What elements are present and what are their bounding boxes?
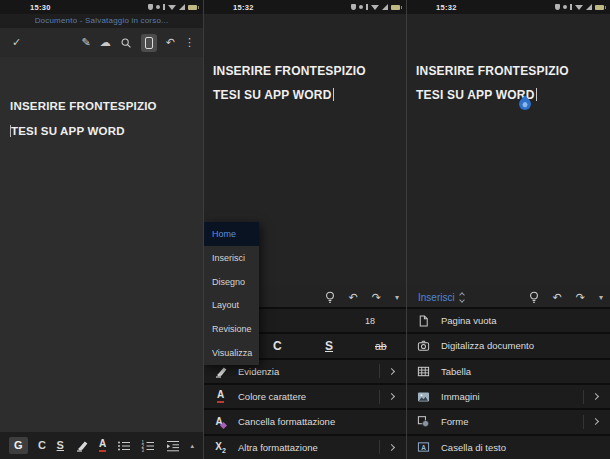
ribbon-header: Inserisci ↶ ↷ ▾ [406, 287, 610, 307]
overflow-menu-icon[interactable]: ⋮ [184, 37, 195, 48]
tab-selector[interactable]: Inserisci [418, 292, 455, 303]
status-bar: 15:32 [406, 0, 610, 14]
doc-text-line: TESI SU APP WORD [10, 119, 203, 144]
divider [379, 390, 380, 404]
undo-icon[interactable]: ↶ [166, 37, 175, 48]
signal-icon [382, 4, 388, 10]
mobile-view-icon [145, 37, 153, 49]
signal-icon [179, 4, 185, 10]
cloud-save-icon[interactable]: ☁ [100, 37, 111, 48]
menu-item-disegno[interactable]: Disegno [204, 270, 259, 294]
word-mobile-composite: 15:30 Documento - Salvataggio in corso..… [0, 0, 610, 459]
row-label: Colore carattere [238, 391, 306, 402]
clock: 15:32 [233, 3, 254, 12]
bullet-list-icon[interactable] [117, 440, 131, 452]
lightbulb-icon[interactable] [529, 291, 539, 304]
menu-row-text-box[interactable]: A Casella di testo [406, 436, 610, 459]
menu-row-clear-formatting[interactable]: A Cancella formattazione [203, 410, 406, 433]
row-label: Cancella formattazione [238, 416, 335, 427]
menu-row-font-color[interactable]: A Colore carattere [203, 385, 406, 408]
bluetooth-icon [570, 4, 572, 10]
shield-icon [555, 4, 560, 10]
redo-icon[interactable]: ↷ [372, 292, 381, 303]
clock: 15:32 [436, 3, 457, 12]
italic-button[interactable]: C [273, 339, 282, 353]
underline-button[interactable]: S [325, 339, 333, 353]
indent-icon[interactable] [166, 440, 180, 452]
wifi-icon [575, 5, 583, 10]
bluetooth-icon [366, 4, 368, 10]
menu-row-blank-page[interactable]: Pagina vuota [406, 309, 610, 332]
menu-item-revisione[interactable]: Revisione [204, 317, 259, 341]
lightbulb-icon[interactable] [325, 291, 335, 304]
battery-icon [188, 5, 197, 10]
font-color-icon: A [212, 390, 229, 403]
row-label: Altra formattazione [238, 442, 318, 453]
status-icons [148, 4, 197, 10]
italic-button[interactable]: C [38, 440, 46, 451]
menu-item-inserisci[interactable]: Inserisci [204, 246, 259, 270]
status-bar: 15:30 [0, 0, 203, 14]
font-color-button[interactable]: A [99, 439, 106, 452]
divider [583, 415, 584, 429]
numbered-list-icon[interactable]: 123 [141, 440, 155, 452]
panel-divider [406, 0, 407, 459]
chevron-right-icon [388, 444, 395, 451]
font-size-value[interactable]: 18 [365, 316, 375, 326]
doc-text-line: TESI SU APP WORD [416, 83, 610, 107]
search-icon[interactable] [120, 37, 132, 49]
bluetooth-icon [163, 4, 165, 10]
done-check-icon[interactable]: ✓ [12, 37, 21, 48]
chevron-right-icon [592, 393, 599, 400]
document-title: Documento - Salvataggio in corso... [0, 13, 203, 28]
doc-text-line: TESI SU APP WORD [213, 83, 406, 107]
undo-icon[interactable]: ↶ [349, 292, 358, 303]
strikethrough-button[interactable]: ab [375, 340, 387, 352]
image-icon [415, 391, 432, 403]
menu-row-images[interactable]: Immagini [406, 385, 610, 408]
text-cursor [536, 88, 538, 101]
clock: 15:30 [30, 3, 51, 12]
menu-row-scan-document[interactable]: Digitalizza documento [406, 334, 610, 357]
divider [583, 390, 584, 404]
doc-text-line: INSERIRE FRONTESPIZIO [10, 94, 203, 119]
subscript-icon: X2 [212, 441, 229, 454]
highlighter-icon[interactable] [75, 439, 89, 452]
undo-icon[interactable]: ↶ [553, 292, 562, 303]
panel-document-view: 15:30 Documento - Salvataggio in corso..… [0, 0, 203, 459]
menu-item-home[interactable]: Home [204, 222, 259, 246]
menu-row-table[interactable]: Tabella [406, 360, 610, 383]
document-canvas[interactable]: INSERIRE FRONTESPIZIO TESI SU APP WORD [0, 57, 203, 432]
menu-item-visualizza[interactable]: Visualizza [204, 341, 259, 365]
camera-scan-icon [415, 339, 432, 352]
wifi-icon [371, 5, 379, 10]
redo-icon[interactable]: ↷ [576, 292, 585, 303]
panel-home-tab-menu: 15:32 INSERIRE FRONTESPIZIO TESI SU APP … [203, 0, 406, 459]
status-bar: 15:32 [203, 0, 406, 14]
clear-formatting-icon: A [212, 416, 229, 428]
alarm-icon [563, 5, 567, 9]
panel-insert-tab: 15:32 INSERIRE FRONTESPIZIO TESI SU APP … [406, 0, 610, 459]
mobile-view-toggle[interactable] [141, 34, 157, 52]
menu-row-shapes[interactable]: Forme [406, 410, 610, 433]
bold-button[interactable]: G [9, 437, 28, 454]
row-label: Evidenzia [238, 366, 279, 377]
document-canvas[interactable]: INSERIRE FRONTESPIZIO TESI SU APP WORD [406, 14, 610, 287]
doc-text-line: INSERIRE FRONTESPIZIO [213, 59, 406, 83]
collapse-ribbon-icon[interactable]: ▾ [395, 293, 399, 302]
format-quickbar: G C S A 123 ▴ [0, 432, 203, 459]
menu-item-layout[interactable]: Layout [204, 293, 259, 317]
ink-pen-icon[interactable]: ✎ [82, 37, 91, 48]
underline-button[interactable]: S [57, 440, 64, 451]
collapse-ribbon-icon[interactable]: ▾ [599, 293, 603, 302]
chevron-right-icon [592, 418, 599, 425]
tab-dropdown-menu: Home Inserisci Disegno Layout Revisione … [204, 222, 259, 365]
menu-row-more-formatting[interactable]: X2 Altra formattazione [203, 436, 406, 459]
svg-text:3: 3 [142, 448, 145, 452]
shield-icon [351, 4, 356, 10]
status-icons [351, 4, 400, 10]
expand-ribbon-icon[interactable]: ▴ [190, 442, 194, 449]
text-cursor [333, 88, 335, 101]
table-icon [415, 365, 432, 378]
highlighter-icon [212, 365, 229, 378]
